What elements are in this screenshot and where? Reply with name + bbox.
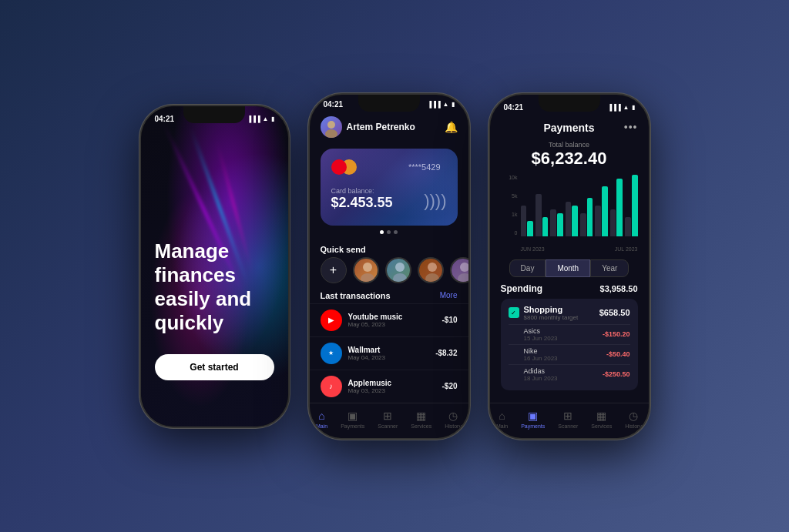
main-label-3: Main	[496, 423, 508, 429]
contact-avatar-4[interactable]	[450, 257, 468, 283]
x-label-jun: JUN 2023	[521, 246, 545, 252]
asics-date: 15 Jun 2023	[524, 335, 558, 342]
status-icons-3: ▐▐▐ ▲ ▮	[608, 104, 635, 111]
bar-gray-2	[536, 194, 542, 236]
card-pagination	[321, 230, 458, 234]
contact-avatar-3[interactable]	[418, 257, 444, 283]
scanner-label: Scanner	[378, 423, 398, 429]
history-label-3: History	[625, 423, 642, 429]
get-started-button[interactable]: Get started	[155, 354, 274, 380]
bar-group-5	[580, 198, 593, 236]
asics-name: Asics	[524, 327, 558, 335]
nav3-history[interactable]: ◷ History	[625, 410, 642, 429]
bar-teal-2	[542, 217, 549, 236]
category-amount: $658.50	[599, 308, 630, 317]
nav3-services[interactable]: ▦ Services	[591, 410, 612, 429]
total-balance-amount: $6,232.40	[490, 149, 649, 169]
wallmart-icon: ★	[321, 343, 342, 364]
year-button[interactable]: Year	[590, 259, 629, 277]
bar-group-3	[550, 209, 562, 236]
nav-scanner[interactable]: ⊞ Scanner	[378, 410, 398, 429]
status-icons-2: ▐▐▐ ▲ ▮	[428, 101, 455, 108]
more-link[interactable]: More	[440, 291, 458, 299]
phones-container: 04:21 ▐▐▐ ▲ ▮ Manage finances easily and…	[124, 78, 666, 455]
category-header: ✓ Shopping $800 monthly target $658.50	[509, 305, 630, 321]
bar-teal-5	[587, 198, 593, 236]
nav-services[interactable]: ▦ Services	[411, 410, 431, 429]
transactions-title: Last transactions	[321, 291, 391, 300]
nav3-scanner[interactable]: ⊞ Scanner	[558, 410, 578, 429]
signal-icon-3: ▐▐▐	[608, 104, 621, 111]
dot-3	[394, 230, 398, 234]
status-time-3: 04:21	[504, 103, 524, 112]
nav3-main[interactable]: ⌂ Main	[496, 410, 508, 429]
dot-1	[380, 230, 384, 234]
x-axis-labels: JUN 2023 JUL 2023	[521, 246, 638, 252]
spending-section: Spending $3,958.50 ✓ Shopping $800 month…	[490, 283, 649, 403]
shopping-category-card: ✓ Shopping $800 monthly target $658.50 A…	[501, 299, 638, 390]
nike-info: Nike 16 Jun 2023	[524, 347, 558, 362]
nav-history[interactable]: ◷ History	[445, 410, 462, 429]
battery-icon-3: ▮	[632, 104, 635, 111]
category-checkbox[interactable]: ✓	[509, 307, 519, 318]
wifi-icon-2: ▲	[443, 101, 449, 108]
notch-2	[358, 95, 420, 112]
more-options-icon[interactable]: •••	[624, 121, 638, 133]
payments-icon: ▣	[347, 410, 358, 422]
nike-date: 16 Jun 2023	[524, 355, 558, 362]
youtube-icon: ▶	[321, 309, 342, 331]
svg-point-1	[325, 129, 337, 138]
youtube-info: Youtube music May 05, 2023	[348, 313, 436, 328]
bar-teal-7	[616, 179, 623, 236]
scanner-icon-3: ⊞	[563, 410, 572, 422]
nav3-payments[interactable]: ▣ Payments	[521, 410, 545, 429]
bar-group-4	[566, 202, 578, 236]
notification-bell-icon[interactable]: 🔔	[445, 121, 458, 133]
bar-teal-4	[572, 206, 578, 236]
contact-avatar-1[interactable]	[353, 257, 379, 283]
sub-transaction-asics: Asics 15 Jun 2023 -$150.20	[509, 324, 630, 344]
user-name: Artem Petrenko	[347, 122, 415, 132]
adidas-info: Adidas 18 Jun 2023	[524, 367, 558, 382]
svg-point-9	[458, 273, 468, 283]
user-avatar	[321, 116, 342, 138]
day-button[interactable]: Day	[509, 259, 546, 277]
bar-teal-1	[527, 221, 533, 236]
signal-icon: ▐▐▐	[247, 115, 260, 122]
wallmart-date: May 04, 2023	[348, 354, 430, 361]
svg-point-6	[428, 263, 437, 272]
notch-1	[183, 106, 245, 123]
transactions-header: Last transactions More	[310, 288, 468, 303]
contact-avatar-2[interactable]	[385, 257, 411, 283]
x-label-jul: JUL 2023	[615, 246, 638, 252]
status-icons-1: ▐▐▐ ▲ ▮	[247, 115, 274, 122]
splash-title: Manage finances easily and quickly	[155, 239, 274, 336]
splash-screen: 04:21 ▐▐▐ ▲ ▮ Manage finances easily and…	[141, 106, 288, 427]
month-button[interactable]: Month	[546, 259, 590, 277]
total-balance-label: Total balance	[490, 141, 649, 149]
bottom-nav-2: ⌂ Main ▣ Payments ⊞ Scanner ▦ Services	[310, 403, 468, 438]
services-label-3: Services	[591, 423, 612, 429]
battery-icon: ▮	[271, 115, 274, 122]
applemusic-amount: -$20	[442, 382, 457, 390]
svg-point-3	[361, 273, 374, 283]
y-axis-labels: 10k 5k 1k 0	[501, 175, 518, 236]
svg-point-8	[460, 263, 468, 272]
asics-amount: -$150.20	[603, 330, 630, 338]
services-icon-3: ▦	[596, 410, 606, 422]
add-contact-button[interactable]: +	[321, 257, 347, 283]
services-icon: ▦	[416, 410, 426, 422]
quick-send-row: +	[310, 257, 468, 288]
phone-splash: 04:21 ▐▐▐ ▲ ▮ Manage finances easily and…	[139, 105, 290, 428]
bar-gray-7	[610, 209, 616, 236]
spending-title: Spending	[501, 283, 543, 294]
svg-point-2	[363, 263, 372, 272]
history-label: History	[445, 423, 462, 429]
applemusic-date: May 03, 2023	[348, 387, 436, 394]
nav-main[interactable]: ⌂ Main	[316, 410, 327, 429]
svg-point-7	[425, 273, 439, 283]
bar-gray-5	[580, 213, 586, 236]
nav-payments[interactable]: ▣ Payments	[341, 410, 364, 429]
payments-label-3: Payments	[521, 423, 545, 429]
history-icon-3: ◷	[629, 410, 638, 422]
